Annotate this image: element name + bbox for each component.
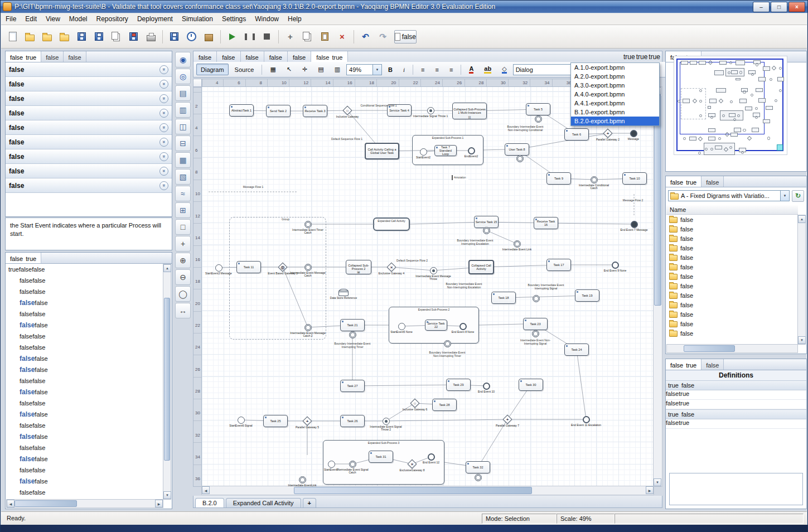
bpmn-task[interactable]: Task 29 bbox=[446, 379, 471, 391]
bpmn-catch[interactable] bbox=[514, 240, 521, 248]
scroll-thumb[interactable] bbox=[14, 500, 77, 507]
refresh-icon[interactable]: ↻ bbox=[792, 190, 804, 202]
side-tool-auto-layout[interactable]: ⊞ bbox=[175, 202, 191, 218]
bpmn-end[interactable] bbox=[459, 323, 467, 330]
menu-item-simulation[interactable]: Simulation bbox=[177, 14, 217, 24]
file-system-item[interactable]: false bbox=[666, 224, 798, 234]
ti ti-gateway[interactable]: false bbox=[20, 444, 32, 451]
property-group-general[interactable]: truefalse bbox=[666, 380, 806, 390]
bpmn-task[interactable]: Task 26 bbox=[340, 415, 365, 427]
tree-item[interactable]: falsefalse bbox=[6, 465, 163, 476]
bpmn-gateway[interactable]: ◎ bbox=[278, 263, 287, 272]
ti ti-task[interactable]: false bbox=[20, 288, 32, 295]
bpmn-task[interactable]: Task 21 bbox=[340, 319, 365, 331]
bpmn-call[interactable]: Call Activity Calling a Global User Task bbox=[365, 143, 399, 159]
ti ti-call[interactable]: false bbox=[20, 489, 32, 496]
tree-item[interactable]: falsefalse bbox=[6, 353, 163, 364]
scroll-thumb[interactable] bbox=[654, 95, 661, 306]
font-color-button[interactable]: A bbox=[465, 64, 478, 75]
toolbar-button-open[interactable] bbox=[22, 28, 38, 45]
bpmn-task[interactable]: Task 11 bbox=[236, 261, 261, 273]
tabx[interactable]: true bbox=[332, 54, 343, 61]
scroll-down-icon[interactable]: ▼ bbox=[798, 336, 806, 344]
file-system-item[interactable]: false bbox=[666, 243, 798, 253]
tab-definitions-repository[interactable]: false bbox=[701, 176, 724, 187]
pgbox[interactable]: true bbox=[668, 382, 679, 389]
bpmn-gateway[interactable]: ○ bbox=[410, 399, 419, 408]
toolbar-button-history[interactable] bbox=[183, 28, 200, 45]
accordion-section-task[interactable]: false» bbox=[6, 91, 172, 106]
pgbox[interactable]: true bbox=[668, 411, 679, 418]
swatch-arrow[interactable]: false bbox=[402, 33, 416, 41]
tab-simulation[interactable]: false bbox=[701, 359, 724, 370]
tree-item[interactable]: falsefalse bbox=[6, 420, 163, 431]
navigator-hscrollbar[interactable]: ◀ ▶ bbox=[6, 499, 163, 508]
tree-item[interactable]: falsefalse bbox=[6, 409, 163, 420]
outline-minimap[interactable] bbox=[674, 56, 787, 155]
bpmn-catch[interactable] bbox=[304, 264, 312, 271]
tree-item[interactable]: falsefalse bbox=[6, 364, 163, 375]
file-tab-export-bpmn[interactable]: false bbox=[193, 51, 217, 62]
bpmn-task[interactable]: Task 17 bbox=[546, 259, 571, 271]
scroll-down-icon[interactable]: ▼ bbox=[654, 478, 661, 486]
file-system-item[interactable]: false bbox=[666, 253, 798, 262]
select-tool-icon[interactable]: ↖ bbox=[282, 64, 296, 75]
file-list-header[interactable]: Name bbox=[666, 205, 798, 215]
accordion-section-swimlane[interactable]: false» bbox=[6, 62, 172, 77]
ti ti-flow[interactable]: false bbox=[20, 321, 35, 329]
bpmn-task[interactable]: Send Task 2 bbox=[266, 105, 291, 117]
ti ti-flow[interactable]: false bbox=[20, 299, 35, 307]
source-view-button[interactable]: Source bbox=[230, 64, 259, 75]
tab-fragments[interactable]: false bbox=[64, 51, 86, 62]
bpmn-task[interactable]: Task 28 bbox=[432, 399, 457, 411]
expand-icon[interactable]: » bbox=[159, 167, 168, 176]
tab-file-system[interactable]: falsetrue bbox=[666, 176, 701, 187]
bold-button[interactable]: B bbox=[384, 64, 397, 75]
pr-key[interactable]: false bbox=[666, 400, 679, 409]
ti ti-flow[interactable]: false bbox=[20, 388, 35, 396]
file-system-item[interactable]: false bbox=[666, 319, 798, 328]
bpmn-throw[interactable] bbox=[427, 107, 434, 114]
tabx[interactable]: true bbox=[686, 362, 696, 369]
property-group-diagram[interactable]: truefalse bbox=[666, 409, 806, 419]
dropdown-item-a-4-1-export-bpmn[interactable]: A.4.1-export.bpmn bbox=[571, 99, 659, 108]
expand-icon[interactable]: » bbox=[159, 80, 168, 89]
bpmn-task[interactable]: Task 31 bbox=[369, 451, 393, 463]
grid-toggle-icon[interactable]: ▦ bbox=[265, 64, 280, 75]
tarw[interactable]: true bbox=[649, 53, 660, 61]
ti ti-start[interactable]: false bbox=[20, 277, 32, 284]
ti ti-catch[interactable]: false bbox=[20, 400, 32, 407]
bpmn-catch[interactable] bbox=[349, 461, 356, 468]
pr-val[interactable]: true bbox=[679, 400, 689, 409]
expand-icon[interactable]: » bbox=[159, 123, 168, 132]
bpmn-end[interactable] bbox=[468, 147, 475, 154]
bpmn-task[interactable]: Task 24 bbox=[564, 344, 589, 356]
expand-icon[interactable]: » bbox=[159, 109, 168, 118]
menu-item-help[interactable]: Help bbox=[283, 14, 306, 24]
accordion-section-choreography[interactable]: false» bbox=[6, 164, 172, 178]
canvas-hscrollbar[interactable]: ◀ ▶ bbox=[201, 486, 654, 495]
italic-button[interactable]: i bbox=[399, 64, 409, 75]
toolbar-button-delete[interactable]: × bbox=[334, 28, 350, 45]
scroll-right-icon[interactable]: ▶ bbox=[646, 486, 654, 494]
pr-key[interactable]: false bbox=[666, 390, 679, 399]
tarw[interactable]: true bbox=[623, 53, 635, 61]
file-system-item[interactable]: false bbox=[666, 234, 798, 243]
file-tab-b-1-0-export-bpmn[interactable]: false bbox=[288, 51, 311, 62]
tree-item[interactable]: falsefalse bbox=[6, 308, 163, 320]
scroll-thumb[interactable] bbox=[294, 487, 532, 494]
ti ti-throw[interactable]: false bbox=[20, 467, 32, 473]
bpmn-catch[interactable] bbox=[349, 331, 356, 338]
bpmn-start[interactable] bbox=[215, 264, 222, 272]
side-tool-pool[interactable]: ▤ bbox=[175, 85, 191, 101]
ti ti-catch[interactable]: false bbox=[20, 344, 32, 351]
side-tool-link-elements[interactable]: ◎ bbox=[175, 69, 191, 84]
menu-item-repository[interactable]: Repository bbox=[92, 14, 133, 24]
bpmn-task[interactable]: Service Task 22 bbox=[425, 320, 447, 331]
tree-item[interactable]: falsefalse bbox=[6, 320, 163, 331]
file-system-item[interactable]: false bbox=[666, 309, 798, 319]
toolbar-button-save[interactable] bbox=[74, 28, 90, 45]
menu-item-view[interactable]: View bbox=[41, 14, 65, 24]
file-tab-a-4-1-export-bpmn[interactable]: false bbox=[264, 51, 288, 62]
toolbar-button-run[interactable] bbox=[224, 28, 240, 45]
